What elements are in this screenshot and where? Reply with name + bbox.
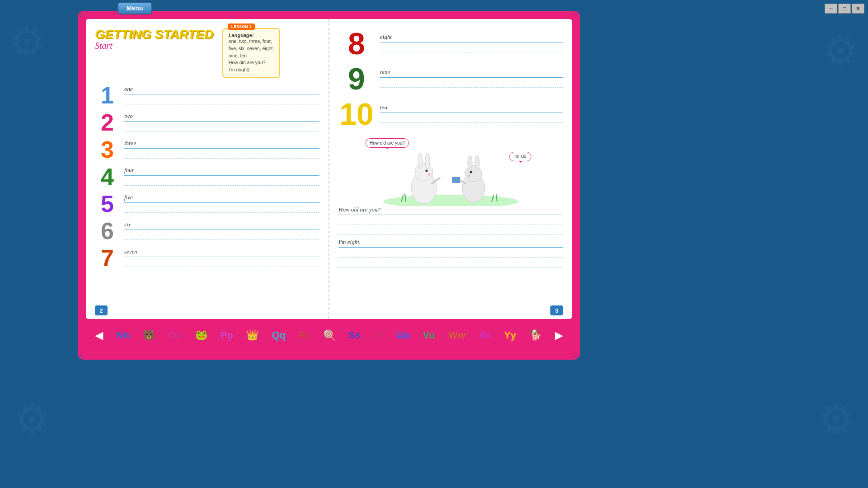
practice-line-4[interactable] <box>124 177 319 186</box>
word-six: six <box>124 221 131 228</box>
number-7: 7 <box>95 246 120 270</box>
sentence-block-1: How old are you? <box>338 206 563 235</box>
minimize-button[interactable]: – <box>825 4 837 14</box>
svg-point-4 <box>425 153 430 169</box>
alpha-ww: Ww <box>448 329 465 341</box>
number-4: 4 <box>95 165 120 188</box>
alphabet-strip: ◀ Nn 🐻 Oo 🐸 Pp 👑 Qq Rr 🍭 Ss Tt Uu Vu Ww … <box>86 319 572 352</box>
word-nine: nine <box>380 69 390 76</box>
language-text: one, two, three, four,five, six, seven, … <box>229 38 274 74</box>
alpha-queen-icon: 👑 <box>246 329 258 341</box>
practice-line-2[interactable] <box>124 122 319 131</box>
sentence-practice-1b[interactable] <box>338 226 563 235</box>
alpha-candy-icon: 🍭 <box>323 329 335 341</box>
word-line-seven[interactable]: seven <box>124 248 319 257</box>
number-2: 2 <box>95 111 120 134</box>
right-page: 8 eight 9 nine <box>329 19 572 319</box>
page-subtitle: Start <box>95 41 213 51</box>
number-1: 1 <box>95 84 120 107</box>
close-button[interactable]: ✕ <box>852 4 864 14</box>
practice-line-3[interactable] <box>124 150 319 159</box>
writing-area-10: ten <box>380 104 563 124</box>
practice-line-8[interactable] <box>380 43 563 52</box>
writing-area-1: one <box>124 85 319 105</box>
svg-point-12 <box>469 171 472 174</box>
alpha-char-icon: 🐻 <box>143 329 155 341</box>
number-row-6: 6 six <box>95 219 319 243</box>
sentence-practice-2b[interactable] <box>338 258 563 267</box>
svg-point-0 <box>383 195 519 206</box>
menu-button[interactable]: Menu <box>117 2 152 14</box>
practice-line-10[interactable] <box>380 114 563 123</box>
sentence-practice-1a[interactable] <box>338 216 563 225</box>
svg-point-10 <box>468 155 472 170</box>
practice-line-6[interactable] <box>124 231 319 240</box>
number-row-8: 8 eight <box>338 28 563 59</box>
window-controls: – □ ✕ <box>825 4 864 14</box>
practice-line-5[interactable] <box>124 204 319 213</box>
number-row-7: 7 seven <box>95 246 319 270</box>
sentence-line-2[interactable]: I'm eight. <box>338 239 563 248</box>
svg-point-5 <box>425 170 427 172</box>
svg-point-11 <box>475 155 479 170</box>
word-line-eight[interactable]: eight <box>380 33 563 42</box>
lesson-badge: LESSON 1 <box>228 23 255 30</box>
book-pages: GETTING STARTED Start LESSON 1 Language:… <box>86 19 572 319</box>
maximize-button[interactable]: □ <box>838 4 851 14</box>
word-line-one[interactable]: one <box>124 85 319 94</box>
page-number-left: 2 <box>95 305 108 315</box>
number-row-10: 10 ten <box>338 99 563 129</box>
alpha-qq: Qq <box>272 329 286 341</box>
practice-line-7[interactable] <box>124 258 319 267</box>
practice-line-1[interactable] <box>124 95 319 104</box>
speech-bubble-1: How old are you? <box>366 138 409 148</box>
number-row-4: 4 four <box>95 165 319 188</box>
word-line-five[interactable]: five <box>124 194 319 203</box>
left-page: GETTING STARTED Start LESSON 1 Language:… <box>86 19 329 319</box>
word-two: two <box>124 113 133 120</box>
word-ten: ten <box>380 104 387 111</box>
writing-area-3: three <box>124 140 319 160</box>
alpha-oo: Oo <box>168 329 182 341</box>
svg-rect-15 <box>452 177 460 183</box>
sentence-practice-2a[interactable] <box>338 249 563 258</box>
word-line-two[interactable]: two <box>124 113 319 122</box>
gear-icon-tr: ⚙ <box>822 27 859 75</box>
number-8: 8 <box>338 28 375 59</box>
word-line-ten[interactable]: ten <box>380 104 563 113</box>
number-row-1: 1 one <box>95 84 319 107</box>
language-box: LESSON 1 Language: one, two, three, four… <box>222 28 280 78</box>
number-row-9: 9 nine <box>338 63 563 94</box>
writing-area-8: eight <box>380 33 563 53</box>
practice-line-9[interactable] <box>380 79 563 88</box>
word-line-three[interactable]: three <box>124 140 319 149</box>
nav-prev-button[interactable]: ◀ <box>95 329 103 342</box>
alpha-uu: Uu <box>396 329 409 341</box>
number-row-3: 3 three <box>95 138 319 161</box>
number-10: 10 <box>338 99 375 129</box>
svg-point-2 <box>415 163 433 181</box>
number-5: 5 <box>95 192 120 216</box>
alpha-pp: Pp <box>221 329 233 341</box>
writing-area-5: five <box>124 194 319 214</box>
number-6: 6 <box>95 219 120 243</box>
speech-bubble-2: I'm six. <box>509 152 531 161</box>
sentence-line-1[interactable]: How old are you? <box>338 206 563 215</box>
svg-point-3 <box>418 153 422 169</box>
word-four: four <box>124 167 134 174</box>
alpha-vu: Vu <box>423 329 435 341</box>
writing-area-2: two <box>124 113 319 132</box>
word-line-four[interactable]: four <box>124 167 319 176</box>
sentence-2-text: I'm eight. <box>338 239 361 246</box>
number-9: 9 <box>338 63 375 94</box>
nav-next-button[interactable]: ▶ <box>555 329 563 342</box>
word-line-nine[interactable]: nine <box>380 69 563 78</box>
alpha-nn: Nn <box>116 329 129 341</box>
sentence-block-2: I'm eight. <box>338 239 563 267</box>
word-line-six[interactable]: six <box>124 221 319 230</box>
writing-area-4: four <box>124 167 319 187</box>
alpha-xx: Xx <box>479 329 491 341</box>
gear-icon-br: ⚙ <box>818 395 854 443</box>
language-title: Language: <box>229 33 274 38</box>
sentence-1-text: How old are you? <box>338 206 380 213</box>
